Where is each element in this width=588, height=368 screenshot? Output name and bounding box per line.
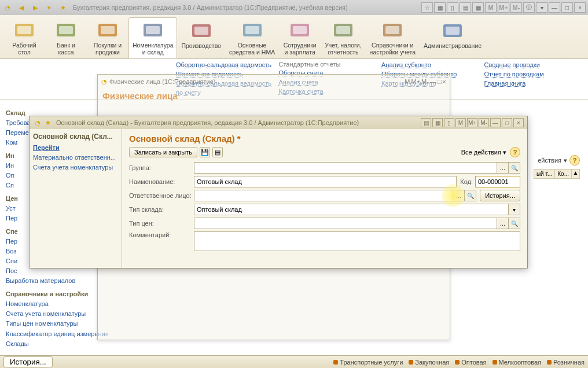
svg-rect-1 — [17, 26, 31, 34]
type-dropdown-icon[interactable]: ▾ — [509, 204, 520, 215]
comment-input[interactable] — [194, 231, 520, 251]
save-icon[interactable]: 💾 — [200, 147, 210, 157]
side-link-acc[interactable]: Счета учета номенклатуры — [33, 163, 118, 172]
rcol-up-icon[interactable]: ▲ — [572, 169, 580, 179]
bg-max[interactable]: □ — [438, 78, 442, 85]
toolbar-shelf[interactable]: Номенклатураи склад — [128, 17, 177, 58]
toolbar-books[interactable]: Справочники инастройки учета — [366, 17, 420, 58]
modal-star-icon[interactable]: ★ — [43, 118, 53, 127]
modal-tool1-icon[interactable]: ▤ — [421, 118, 431, 127]
side-link-goto[interactable]: Перейти — [33, 143, 118, 153]
submenu-link[interactable]: Оборотно-сальдовая ведомость — [176, 61, 272, 70]
status-link[interactable]: Мелкооптовая — [493, 359, 541, 366]
desk-icon — [12, 20, 36, 41]
bg-window-heading: Физические лица — [98, 89, 450, 103]
label-resp: Ответственное лицо: — [129, 192, 194, 199]
save-close-button[interactable]: Записать и закрыть — [129, 147, 197, 157]
group-search-icon[interactable]: 🔍 — [509, 162, 520, 174]
toolbar-factory[interactable]: Производство — [177, 17, 225, 58]
modal-sidebar: Основной склад (Скл... Перейти Материаль… — [30, 129, 122, 268]
bg-window-title: Физические лица (1С:Предприятие) — [109, 78, 215, 85]
forward-icon[interactable]: ▶ — [30, 2, 41, 13]
toolbar-label: Номенклатураи склад — [133, 42, 173, 56]
modal-mminus[interactable]: M- — [479, 118, 489, 127]
grid-icon[interactable]: ▦ — [434, 2, 446, 13]
price-ellipsis-icon[interactable]: … — [497, 218, 509, 229]
nav-group: ◔ ◀ ▶ ▾ ★ — [2, 2, 68, 13]
fav-icon[interactable]: ☆ — [421, 2, 433, 13]
label-type: Тип склада: — [129, 206, 194, 213]
tax-icon — [331, 20, 355, 41]
modal-mplus[interactable]: M+ — [467, 118, 477, 127]
info-icon[interactable]: ⓘ — [523, 2, 535, 13]
modal-max-button[interactable]: □ — [502, 118, 512, 127]
toolbar-label: Справочники инастройки учета — [370, 42, 416, 56]
submenu-link[interactable]: Анализ субконто — [381, 61, 477, 70]
dropdown2-icon[interactable]: ▾ — [536, 2, 547, 13]
status-link[interactable]: Закупочная — [409, 359, 449, 366]
toolbar-tax[interactable]: Учет, налоги,отчетность — [321, 17, 365, 58]
status-link[interactable]: Транспортные услуги — [333, 359, 403, 366]
bg-mplus[interactable]: M+ — [411, 78, 420, 85]
close-button[interactable]: × — [574, 2, 586, 13]
modal-help-icon[interactable]: ? — [510, 147, 520, 157]
maximize-button[interactable]: □ — [561, 2, 573, 13]
help-icon[interactable]: ? — [569, 155, 580, 165]
bg-m[interactable]: M — [405, 78, 410, 85]
toolbar-desk[interactable]: Рабочийстол — [3, 17, 45, 58]
books-icon — [380, 20, 405, 41]
right-actions-partial[interactable]: ействия — [538, 157, 561, 164]
mem-mplus[interactable]: M+ — [498, 2, 509, 13]
resp-ellipsis-icon[interactable]: … — [453, 190, 465, 201]
type-input[interactable] — [194, 204, 509, 215]
resp-input[interactable] — [194, 190, 453, 201]
toolbar-admin[interactable]: Администрирование — [420, 17, 486, 58]
extra-icon[interactable]: ▤ — [212, 147, 223, 157]
cal-icon[interactable]: ▦ — [472, 2, 484, 13]
group-input[interactable] — [194, 162, 497, 174]
dropdown-icon[interactable]: ▾ — [44, 2, 54, 13]
modal-tool2-icon[interactable]: ▦ — [432, 118, 443, 127]
name-input[interactable] — [194, 176, 457, 187]
doc-icon[interactable]: ▯ — [447, 2, 458, 13]
toolbar-staff[interactable]: Сотрудникии зарплата — [279, 17, 321, 58]
minimize-button[interactable]: — — [549, 2, 560, 13]
bg-min[interactable]: — — [430, 78, 436, 85]
side-link-resp[interactable]: Материально ответственн... — [33, 153, 118, 163]
history-footer-button[interactable]: История... — [3, 356, 53, 367]
mem-mminus[interactable]: M- — [510, 2, 522, 13]
status-link[interactable]: Розничная — [547, 359, 585, 366]
resp-search-icon[interactable]: 🔍 — [465, 190, 476, 201]
mem-m[interactable]: M — [485, 2, 497, 13]
submenu-link[interactable]: Главная книга — [484, 79, 580, 89]
nav-link[interactable]: Склады — [6, 339, 116, 349]
history-button[interactable]: История... — [480, 190, 520, 201]
submenu-link[interactable]: Отчет по проводкам — [484, 70, 580, 79]
price-input[interactable] — [194, 218, 497, 229]
calc-icon[interactable]: ▤ — [460, 2, 471, 13]
star-icon[interactable]: ★ — [58, 2, 68, 13]
rcol2[interactable]: Ко... — [555, 169, 572, 179]
modal-side-title: Основной склад (Скл... — [33, 133, 118, 141]
submenu-header: Стандартные отчеты — [279, 61, 375, 68]
modal-tool3-icon[interactable]: ▯ — [444, 118, 454, 127]
modal-m[interactable]: M — [455, 118, 466, 127]
modal-min-button[interactable]: — — [490, 118, 501, 127]
toolbar-assets[interactable]: Основныесредства и НМА — [225, 17, 279, 58]
svg-rect-11 — [245, 26, 259, 34]
status-link[interactable]: Оптовая — [455, 359, 486, 366]
toolbar-label: Администрирование — [424, 42, 482, 49]
all-actions-button[interactable]: Все действия ▾ — [461, 149, 506, 156]
warehouse-modal: ◔ ★ Основной склад (Склад) - Бухгалтерия… — [29, 116, 528, 268]
code-value[interactable]: 00-000001 — [475, 176, 520, 187]
toolbar-cart[interactable]: Покупки ипродажи — [87, 17, 128, 58]
back-icon[interactable]: ◀ — [16, 2, 27, 13]
bg-close[interactable]: × — [443, 78, 446, 85]
toolbar-bank[interactable]: Банк икасса — [45, 17, 87, 58]
bg-mminus[interactable]: M- — [421, 78, 429, 85]
price-search-icon[interactable]: 🔍 — [509, 218, 520, 229]
modal-close-button[interactable]: × — [513, 118, 524, 127]
submenu-link[interactable]: Сводные проводки — [484, 61, 580, 70]
group-ellipsis-icon[interactable]: … — [497, 162, 509, 174]
rcol1[interactable]: ый т... — [534, 169, 555, 179]
